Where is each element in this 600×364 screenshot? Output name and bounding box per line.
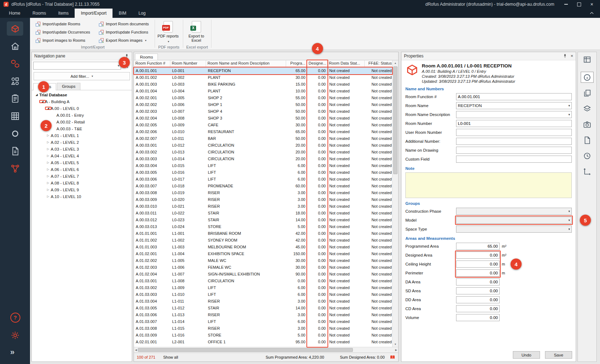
table-row[interactable]: A.01.01.002L1-002SYDNEY ROOM42.000.00Not… xyxy=(134,237,392,244)
da-area-field[interactable] xyxy=(456,278,500,285)
table-row[interactable]: A.00.03.007L0-018PROMENADE60.000.00Not c… xyxy=(134,183,392,189)
import-images-to-rooms-button[interactable]: Import images to Rooms xyxy=(34,37,92,44)
sd-area-field[interactable] xyxy=(456,287,500,294)
tree-expand-arrow[interactable]: ▷ xyxy=(45,195,51,198)
table-row[interactable]: A.01.03.001L1-008CIRCULATION0.000.00Not … xyxy=(134,278,392,284)
double-chevron-button[interactable]: » xyxy=(7,347,23,359)
table-row[interactable]: A.00.03.005L0-016LIFT6.000.00Not created… xyxy=(134,169,392,176)
table-row[interactable]: A.01.03.009L1-016STORE5.000.00Not create… xyxy=(134,332,392,339)
export-to-excel-button[interactable]: X Export to Excel xyxy=(186,19,207,42)
construction-phase-select[interactable]: ▾ xyxy=(456,208,572,215)
table-row[interactable]: A.01.03.006L1-013RISER3.000.00Not create… xyxy=(134,312,392,318)
table-row[interactable]: A.00.03.002L0-013CIRCULATION20.000.00Not… xyxy=(134,149,392,156)
save-button[interactable]: Save xyxy=(545,351,572,359)
table-row[interactable]: A.00.02.005L0-009CAFE30.000.00Not create… xyxy=(134,122,392,128)
export-room-images-button[interactable]: Export Room images▾ xyxy=(97,37,150,44)
ring-module-button[interactable] xyxy=(7,126,23,141)
table-row[interactable]: A.00.01.004L0-004PLANT10.000.00Not creat… xyxy=(134,88,392,95)
table-row[interactable]: A.02.01.001L2-001OFFICE 195.000.00Not cr… xyxy=(134,339,392,345)
building-module-button[interactable] xyxy=(7,39,23,53)
table-properties-tab[interactable] xyxy=(581,54,594,65)
maximize-button[interactable] xyxy=(576,2,581,7)
report-module-button[interactable] xyxy=(7,144,23,158)
tree-item-a-02-level-2[interactable]: ▷A.02 - LEVEL 2 xyxy=(32,139,132,146)
table-row[interactable]: A.01.02.002L1-005MALE WC30.000.00Not cre… xyxy=(134,257,392,264)
table-row[interactable]: A.01.03.005L1-012STAIR14.000.00Not creat… xyxy=(134,305,392,312)
vertical-scrollbar-thumb[interactable] xyxy=(393,66,398,174)
table-row[interactable]: A.00.02.006L0-010RESTAURANT65.000.00Not … xyxy=(134,128,392,135)
undo-button[interactable]: Undo xyxy=(513,351,540,359)
minimize-button[interactable] xyxy=(564,2,569,7)
tree-expand-arrow[interactable]: ▷ xyxy=(45,188,51,191)
scroll-left-icon[interactable]: ◀ xyxy=(135,347,137,353)
room-name-description-select[interactable]: ▾ xyxy=(456,111,572,118)
tree-expand-arrow[interactable]: ◢ xyxy=(40,100,45,103)
scroll-right-icon[interactable]: ▶ xyxy=(395,347,397,353)
menu-tab-bim[interactable]: BIM xyxy=(112,9,132,18)
history-tab[interactable] xyxy=(581,150,594,161)
table-row[interactable]: A.00.02.003L0-007SHOP 450.000.00Not crea… xyxy=(134,108,392,115)
rooms-module-button[interactable] xyxy=(7,21,23,36)
name-on-drawing-field[interactable] xyxy=(456,147,572,154)
column-header-designe[interactable]: Designe... xyxy=(307,60,328,67)
tree-item-trial-database[interactable]: ◢Trial Database xyxy=(32,91,132,98)
volume-field[interactable] xyxy=(456,314,500,321)
column-header-room-function[interactable]: Room Function # xyxy=(134,60,170,67)
tree-expand-arrow[interactable]: ▷ xyxy=(45,154,51,157)
tree-item-a-06-level-6[interactable]: ▷A.06 - LEVEL 6 xyxy=(32,166,132,173)
vertical-scrollbar[interactable]: ▲ ▼ xyxy=(392,60,398,347)
help-button[interactable]: ? xyxy=(7,311,23,323)
book-icon[interactable] xyxy=(390,354,395,360)
note-textarea[interactable] xyxy=(405,172,572,198)
settings-gear-button[interactable] xyxy=(7,329,23,341)
programmed-area-field[interactable] xyxy=(456,243,500,250)
table-row[interactable]: A.01.01.001L1-001BRISBANE ROOM42.000.00N… xyxy=(134,230,392,237)
room-name-select[interactable]: RECEPTION▾ xyxy=(456,102,572,109)
room-function-field[interactable] xyxy=(456,93,572,100)
navtab-rooms[interactable]: Rooms xyxy=(33,83,56,90)
tree-expand-arrow[interactable]: ▷ xyxy=(45,175,51,178)
camera-tab[interactable] xyxy=(581,119,594,130)
table-row[interactable]: A.00.02.002L0-006SHOP 150.000.00Not crea… xyxy=(134,101,392,108)
table-row[interactable]: A.00.03.010L0-021RISER3.000.00Not create… xyxy=(134,203,392,210)
cd-area-field[interactable] xyxy=(456,305,500,312)
scroll-down-icon[interactable]: ▼ xyxy=(394,342,397,347)
column-header-room-number[interactable]: Room Number xyxy=(170,60,206,67)
collapse-ribbon-button[interactable] xyxy=(589,9,595,18)
pdf-reports-button[interactable]: PDF PDF reports ▾ xyxy=(158,19,179,44)
perimeter-field[interactable] xyxy=(456,269,500,277)
tree-expand-arrow[interactable]: ▷ xyxy=(45,161,51,164)
table-row[interactable]: A.00.03.006L0-017LIFT6.000.00Not created… xyxy=(134,176,392,183)
table-row[interactable]: A.01.02.004L1-007SIGN-IN/SMALL EXHIBITIO… xyxy=(134,271,392,278)
copy-tab[interactable] xyxy=(581,87,594,98)
tree-item-a-08-level-8[interactable]: ▷A.08 - LEVEL 8 xyxy=(32,180,132,186)
pin-icon[interactable] xyxy=(124,54,129,59)
import-room-documents-button[interactable]: Import Room documents xyxy=(97,20,150,27)
table-row[interactable]: A.00.03.001L0-012CIRCULATION20.000.00Not… xyxy=(134,142,392,149)
measure-tab[interactable] xyxy=(581,166,594,177)
column-header-progra[interactable]: Progra... xyxy=(286,60,307,67)
tree-item-a-01-level-1[interactable]: ▷A.01 - LEVEL 1 xyxy=(32,132,132,139)
table-row[interactable]: A.00.03.012L0-023STAIR14.000.00Not creat… xyxy=(134,217,392,223)
menu-tab-home[interactable]: Home xyxy=(3,9,26,18)
scroll-up-icon[interactable]: ▲ xyxy=(394,60,397,66)
document-tab[interactable] xyxy=(581,135,594,146)
table-row[interactable]: A.00.03.011L0-022STAIR18.000.00Not creat… xyxy=(134,210,392,217)
horizontal-scrollbar-thumb[interactable] xyxy=(138,348,353,352)
tree-item-a-00-02-retail[interactable]: A.00.02 - Retail xyxy=(32,118,132,125)
tree-expand-arrow[interactable]: ▷ xyxy=(45,134,51,137)
designed-area-field[interactable] xyxy=(456,252,500,259)
tree-item-a-10-level-10[interactable]: ▷A.10 - LEVEL 10 xyxy=(32,193,132,200)
shapes-module-button[interactable] xyxy=(7,74,23,88)
menu-tab-items[interactable]: Items xyxy=(52,9,75,18)
column-header-ff-e-status[interactable]: FF&E: Status xyxy=(365,60,392,67)
tree-item-a-07-level-7[interactable]: ▷A.07 - LEVEL 7 xyxy=(32,173,132,180)
table-row[interactable]: A.01.01.003L1-003MELBOURNE ROOM45.000.00… xyxy=(134,244,392,251)
table-row[interactable]: A.00.03.008L0-019RISER3.000.00Not create… xyxy=(134,189,392,196)
room-number-field[interactable] xyxy=(456,120,572,127)
menu-tab-import-export[interactable]: Import/Export xyxy=(75,9,112,18)
table-row[interactable]: A.01.02.001L1-004EXHIBITION SPACE150.000… xyxy=(134,251,392,257)
network-module-button[interactable] xyxy=(7,161,23,176)
horizontal-scrollbar[interactable]: ◀ ▶ xyxy=(134,347,398,353)
chevron-down-icon[interactable]: ▾ xyxy=(118,64,119,67)
